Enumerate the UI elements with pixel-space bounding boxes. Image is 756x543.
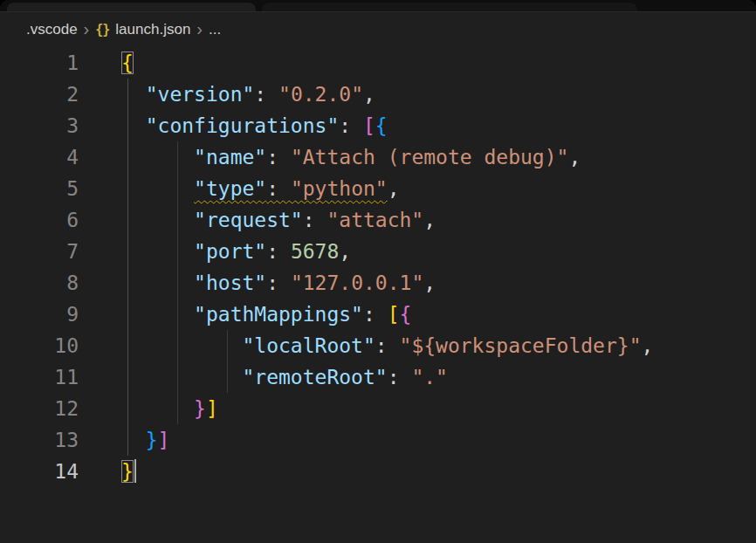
code-token [278,177,291,200]
code-token [121,240,194,263]
code-line-content[interactable]: }] [79,424,169,456]
line-number[interactable]: 13 [0,424,79,456]
code-token: , [339,240,351,263]
code-token: , [423,209,436,231]
code-line-content[interactable]: "request": "attach", [79,204,436,236]
code-token: "host" [194,272,266,294]
code-token [400,366,412,388]
line-number[interactable]: 11 [0,361,79,393]
code-token: "request" [194,209,303,231]
code-token: : [363,303,375,326]
editor[interactable]: 1{2 "version": "0.2.0",3 "configurations… [0,47,756,487]
code-line-6[interactable]: 6 "request": "attach", [0,204,756,236]
code-token: ] [158,429,170,451]
code-token [121,303,194,326]
code-token: { [400,303,412,326]
code-token: "version" [146,83,255,106]
code-line-1[interactable]: 1{ [0,47,756,79]
code-token: "localRoot" [242,334,375,357]
code-line-7[interactable]: 7 "port": 5678, [0,236,756,267]
code-lines: 1{2 "version": "0.2.0",3 "configurations… [0,47,756,487]
code-token [266,83,278,106]
code-token: , [363,83,375,106]
code-line-content[interactable]: } [79,456,136,487]
line-number[interactable]: 1 [0,47,79,79]
code-line-content[interactable]: "port": 5678, [79,236,351,267]
code-token [121,397,194,420]
code-line-4[interactable]: 4 "name": "Attach (remote debug)", [0,141,756,173]
code-token [121,83,146,106]
code-token [278,240,291,263]
line-number[interactable]: 10 [0,330,79,361]
code-token [278,146,291,168]
code-line-content[interactable]: "remoteRoot": "." [79,361,448,393]
code-token: "attach" [326,209,423,231]
code-token: : [339,114,351,137]
code-token: 5678 [291,240,339,263]
code-token: "port" [194,240,266,263]
code-line-content[interactable]: "pathMappings": [{ [79,299,411,330]
code-line-content[interactable]: { [79,47,134,79]
code-line-5[interactable]: 5 "type": "python", [0,173,756,204]
code-line-content[interactable]: "host": "127.0.0.1", [79,267,436,299]
line-number[interactable]: 14 [0,456,79,487]
code-token [351,114,363,137]
code-line-12[interactable]: 12 }] [0,393,756,424]
code-token [388,334,400,357]
inactive-tab-remnant[interactable] [262,3,637,11]
code-token [121,429,146,451]
code-token: , [568,146,581,168]
code-token: : [266,240,278,263]
code-line-11[interactable]: 11 "remoteRoot": "." [0,361,756,393]
code-line-content[interactable]: "type": "python", [79,173,400,204]
breadcrumb-item-file[interactable]: launch.json [115,21,190,38]
line-number[interactable]: 7 [0,236,79,267]
code-line-2[interactable]: 2 "version": "0.2.0", [0,79,756,110]
active-tab-remnant[interactable] [7,3,256,11]
code-token [278,272,291,294]
code-line-9[interactable]: 9 "pathMappings": [{ [0,299,756,330]
code-token [121,114,146,137]
code-line-content[interactable]: "name": "Attach (remote debug)", [79,141,581,173]
line-number[interactable]: 4 [0,141,79,173]
line-number[interactable]: 5 [0,173,79,204]
breadcrumb-item-folder[interactable]: .vscode [26,21,78,38]
code-line-3[interactable]: 3 "configurations": [{ [0,110,756,141]
code-token: "type" [194,177,266,200]
code-token [121,146,194,168]
line-number[interactable]: 8 [0,267,79,299]
code-token: "Attach (remote debug)" [291,146,569,168]
line-number[interactable]: 3 [0,110,79,141]
line-number[interactable]: 12 [0,393,79,424]
code-line-10[interactable]: 10 "localRoot": "${workspaceFolder}", [0,330,756,361]
code-token: , [423,272,436,294]
code-token [121,177,194,200]
code-token: "." [411,366,448,388]
code-token [121,209,194,231]
code-token: "0.2.0" [278,83,363,106]
chevron-right-icon: › [84,20,90,38]
code-line-content[interactable]: }] [79,393,218,424]
code-token: : [266,146,278,168]
code-token: , [388,177,400,200]
code-line-content[interactable]: "version": "0.2.0", [79,79,375,110]
code-token: : [254,83,266,106]
code-line-8[interactable]: 8 "host": "127.0.0.1", [0,267,756,299]
code-line-14[interactable]: 14} [0,456,756,487]
code-token: ] [206,397,218,420]
code-line-content[interactable]: "localRoot": "${workspaceFolder}", [79,330,653,361]
line-number[interactable]: 2 [0,79,79,110]
code-token: "remoteRoot" [242,366,387,388]
code-token: "configurations" [146,114,340,137]
code-line-13[interactable]: 13 }] [0,424,756,456]
code-token [121,366,242,388]
code-line-content[interactable]: "configurations": [{ [79,110,388,141]
line-number[interactable]: 9 [0,299,79,330]
code-token: "name" [194,146,266,168]
line-number[interactable]: 6 [0,204,79,236]
code-token: } [146,429,158,451]
code-token: : [388,366,400,388]
code-token: "127.0.0.1" [291,272,423,294]
code-token [315,209,327,231]
breadcrumb-item-symbol[interactable]: ... [209,21,221,38]
